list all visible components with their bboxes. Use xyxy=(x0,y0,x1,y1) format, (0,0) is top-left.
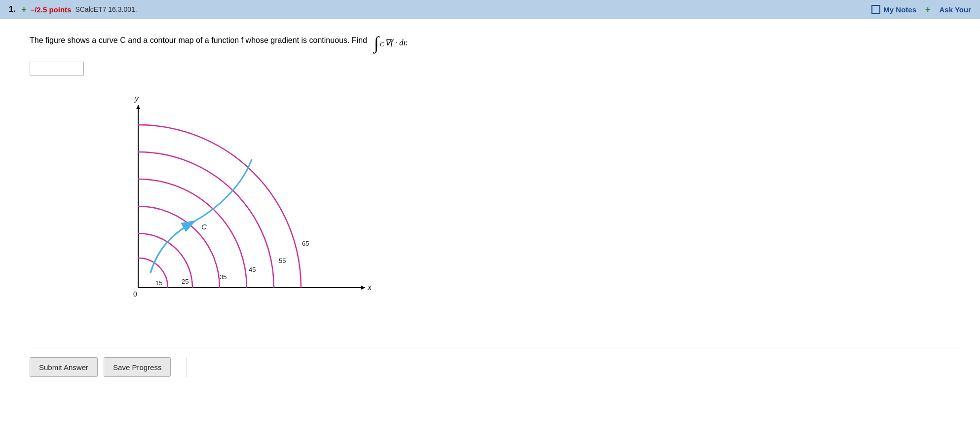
y-axis-label: y xyxy=(134,94,139,103)
y-axis-arrow xyxy=(136,105,140,109)
notes-icon xyxy=(871,5,880,14)
ask-plus-icon[interactable]: + xyxy=(925,4,931,15)
integral-symbol: ∫ xyxy=(374,34,379,52)
x-axis-label: x xyxy=(367,283,372,292)
label-15: 15 xyxy=(155,279,162,287)
question-number: 1. xyxy=(9,5,15,14)
header-left: 1. + –/2.5 points SCalcET7 16.3.001. xyxy=(9,4,137,15)
label-35: 35 xyxy=(220,273,226,281)
source-text: SCalcET7 16.3.001. xyxy=(75,5,137,13)
label-55: 55 xyxy=(279,257,286,264)
save-progress-button[interactable]: Save Progress xyxy=(104,357,171,377)
integral-subscript: C xyxy=(380,39,384,50)
contour-65 xyxy=(138,125,301,288)
curve-c xyxy=(151,159,252,273)
label-45: 45 xyxy=(249,266,256,273)
label-65: 65 xyxy=(302,240,309,247)
contour-35 xyxy=(138,206,220,288)
my-notes-label: My Notes xyxy=(883,5,916,14)
contour-15 xyxy=(138,258,168,288)
points-display: –/2.5 points xyxy=(31,5,72,14)
graph-container: 0 x y 15 25 35 45 55 65 xyxy=(109,90,385,327)
submit-answer-button[interactable]: Submit Answer xyxy=(30,357,98,377)
header-right: My Notes + Ask Your xyxy=(871,4,971,15)
question-text-area: The figure shows a curve C and a contour… xyxy=(30,34,960,52)
main-content: The figure shows a curve C and a contour… xyxy=(0,19,980,446)
integral-expression: ∫ C ∇f · dr. xyxy=(374,34,408,52)
divider xyxy=(187,357,187,377)
add-question-icon[interactable]: + xyxy=(21,4,27,15)
curve-c-label: C xyxy=(201,223,207,231)
answer-input[interactable] xyxy=(30,62,84,75)
contour-45 xyxy=(138,179,247,288)
contour-graph: 0 x y 15 25 35 45 55 65 xyxy=(109,90,385,327)
header-bar: 1. + –/2.5 points SCalcET7 16.3.001. My … xyxy=(0,0,980,19)
question-body: The figure shows a curve C and a contour… xyxy=(30,34,367,47)
x-axis-arrow xyxy=(361,286,365,290)
origin-label: 0 xyxy=(133,290,137,298)
bottom-buttons-area: Submit Answer Save Progress xyxy=(30,347,960,377)
integral-expr: ∇f · dr. xyxy=(385,36,408,49)
ask-your-button[interactable]: Ask Your xyxy=(940,5,971,14)
my-notes-button[interactable]: My Notes xyxy=(871,5,916,14)
label-25: 25 xyxy=(182,278,188,285)
